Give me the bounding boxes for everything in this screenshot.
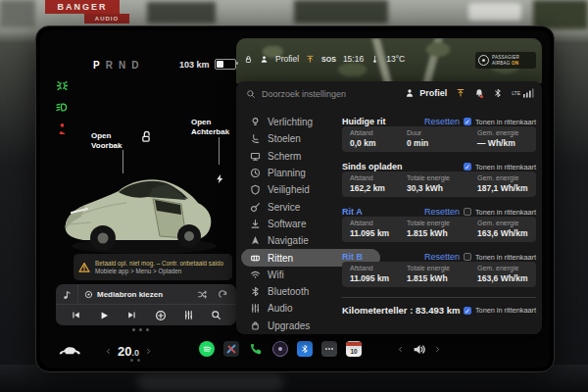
bluetooth-app-icon[interactable]: [297, 341, 313, 357]
seatbelt-warning-icon: [56, 122, 69, 135]
odometer-row: Kilometerteller : 83.493 km Tonen in rit…: [342, 305, 536, 316]
show-on-map-checkbox[interactable]: [464, 208, 471, 216]
odometer-icon: [250, 253, 261, 264]
reset-button[interactable]: Resetten: [424, 117, 460, 126]
temperature-value[interactable]: 20: [118, 344, 131, 359]
spotify-app-icon[interactable]: [199, 341, 215, 357]
section-title: Rit B: [342, 252, 424, 262]
battery-range[interactable]: 103 km: [179, 59, 236, 70]
low-beam-icon: [56, 101, 69, 114]
search-icon: [246, 89, 256, 99]
battery-icon: [215, 59, 236, 70]
photo-of-tesla-screen: { "colors": {"accent_blue":"#5f8df0","wa…: [0, 0, 588, 392]
light-icon: [250, 117, 261, 127]
calendar-app-icon[interactable]: 10: [346, 341, 362, 357]
navigation-arrow-icon: [250, 235, 261, 246]
unlocked-padlock-icon[interactable]: [140, 130, 153, 143]
section-title: Rit A: [342, 207, 424, 217]
equalizer-button[interactable]: [183, 310, 194, 320]
show-on-map-checkbox[interactable]: [464, 307, 471, 315]
outside-temperature: 13°C: [386, 54, 405, 64]
wrench-icon: [250, 202, 261, 213]
settings-panel: Doorzoek instellingen Profiel LTE Verlic…: [236, 81, 542, 334]
reset-button[interactable]: Resetten: [424, 252, 460, 262]
calendar-day: 10: [350, 346, 357, 357]
trip-stats-card: Afstand0,0 km Duur0 min Gem. energie— Wh…: [342, 126, 536, 152]
car-render[interactable]: [58, 148, 230, 258]
warning-icon: [78, 262, 90, 273]
maps-app-icon[interactable]: [223, 341, 239, 357]
volume-down-chevron-icon[interactable]: [397, 345, 404, 354]
show-on-map-checkbox[interactable]: [464, 118, 471, 125]
sliders-icon: [250, 303, 261, 314]
wifi-icon: [250, 270, 261, 280]
steering-column: [137, 370, 284, 390]
bluetooth-icon: [250, 286, 261, 297]
temp-increase-chevron-icon[interactable]: [145, 347, 152, 356]
background-shape: [294, 0, 388, 24]
parking-lights-icon: [56, 79, 69, 92]
reset-button[interactable]: Resetten: [424, 207, 460, 217]
store-sign-secondary: AUDIO: [84, 14, 129, 24]
show-on-map-checkbox[interactable]: [464, 163, 471, 171]
music-note-icon: [56, 284, 78, 304]
thermometer-icon: [370, 55, 379, 64]
section-header-sinds-opladen: Sinds opladen Tonen in rittenkaart: [342, 162, 536, 172]
section-header-rit-b: Rit B Resetten Tonen in rittenkaart: [342, 252, 536, 262]
airbag-icon: [478, 55, 489, 66]
seat-icon: [250, 133, 261, 144]
charging-alert[interactable]: Betaald opl. niet mog. – Contr. onbetaal…: [74, 254, 232, 280]
background-van: [468, 3, 521, 21]
clock: 15:16: [343, 54, 364, 64]
section-title: Sinds opladen: [342, 162, 424, 172]
trip-stats-card: Afstand11.095 km Totale energie1.815 kWh…: [342, 217, 536, 242]
gear-indicator: PRND: [93, 60, 138, 71]
passenger-airbag-badge: PASSAGIER AIRBAG ON: [475, 52, 536, 69]
dashcam-app-icon[interactable]: [272, 341, 288, 357]
display-icon: [250, 151, 261, 162]
shield-icon: [250, 184, 261, 195]
section-title: Huidige rit: [342, 117, 424, 126]
next-track-button[interactable]: [126, 310, 137, 320]
search-placeholder: Doorzoek instellingen: [262, 89, 346, 99]
shopping-bag-icon: [250, 320, 261, 331]
top-status-bar: Profiel SOS 15:16 13°C: [244, 54, 405, 64]
profile-label[interactable]: Profiel: [275, 54, 299, 64]
odometer-value: Kilometerteller : 83.493 km: [342, 305, 460, 316]
phone-app-icon[interactable]: [248, 341, 264, 357]
profile-icon[interactable]: [260, 55, 269, 64]
lock-icon[interactable]: [244, 55, 253, 64]
alert-text-line1: Betaald opl. niet mog. – Contr. onbetaal…: [95, 260, 223, 269]
divider: [342, 297, 536, 298]
alert-text-line2: Mobiele app > Menu > Opladen: [95, 268, 223, 274]
previous-track-button[interactable]: [71, 310, 81, 320]
show-on-map-checkbox[interactable]: [464, 253, 471, 261]
software-update-icon[interactable]: [306, 55, 315, 64]
download-icon: [250, 219, 261, 229]
add-favorite-button[interactable]: [155, 310, 167, 321]
car-controls-button[interactable]: [58, 344, 81, 357]
media-source-button[interactable]: Mediabron kiezen: [84, 290, 163, 299]
trip-stats-card: Afstand162,2 km Totale energie30,3 kWh G…: [342, 172, 536, 197]
media-source-icon: [84, 290, 93, 299]
section-header-huidige-rit: Huidige rit Resetten Tonen in rittenkaar…: [342, 117, 536, 126]
tesla-touchscreen: Profiel SOS 15:16 13°C PASSAGIER AIRBAG …: [35, 25, 555, 372]
trips-content: Huidige rit Resetten Tonen in rittenkaar…: [342, 81, 536, 334]
climate-temperature-control[interactable]: 20.0: [105, 342, 152, 360]
media-search-button[interactable]: [211, 310, 221, 320]
trip-stats-card: Afstand11.095 km Totale energie1.815 kWh…: [342, 262, 536, 287]
volume-control[interactable]: [397, 343, 441, 356]
clock-icon: [250, 168, 261, 178]
sos-indicator: SOS: [321, 56, 336, 63]
repeat-icon[interactable]: [218, 289, 228, 300]
open-trunk-button[interactable]: OpenAchterbak: [191, 118, 229, 136]
store-sign: BANGER: [45, 0, 120, 14]
shuffle-icon[interactable]: [197, 289, 208, 300]
app-dock: 10: [199, 341, 362, 357]
settings-search[interactable]: Doorzoek instellingen: [246, 89, 346, 99]
volume-up-chevron-icon[interactable]: [434, 345, 441, 354]
temp-decrease-chevron-icon[interactable]: [105, 347, 112, 356]
more-apps-icon[interactable]: [321, 341, 337, 357]
play-button[interactable]: [98, 310, 110, 321]
media-page-dots: [132, 328, 149, 331]
